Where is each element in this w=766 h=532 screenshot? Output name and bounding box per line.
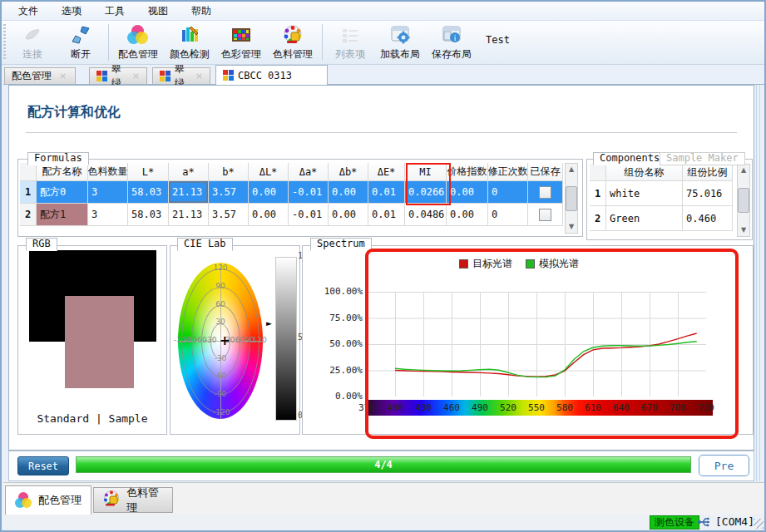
tab-cbcc-0313[interactable]: CBCC 0313 xyxy=(215,65,328,85)
resize-grip[interactable] xyxy=(754,519,764,529)
connect-button[interactable]: 连接 xyxy=(8,22,57,63)
module-tab-label: 配色管理 xyxy=(38,493,82,508)
components-tab[interactable]: Components xyxy=(593,152,666,165)
save-layout-button[interactable]: i 保存布局 xyxy=(426,22,477,63)
module-tab-color-match[interactable]: 配色管理 xyxy=(5,485,91,515)
progress-text: 4/4 xyxy=(374,459,393,470)
scroll-down-icon[interactable]: ▼ xyxy=(741,224,746,236)
tab-color-match[interactable]: 配色管理 × xyxy=(4,67,76,84)
reset-button[interactable]: Reset xyxy=(17,456,69,475)
spectrum-group-label: Spectrum xyxy=(310,238,372,251)
formulas-scrollbar[interactable]: ▲ ▼ xyxy=(565,163,578,234)
close-icon[interactable]: × xyxy=(132,71,140,81)
column-header[interactable]: 色料数量 xyxy=(88,163,128,181)
color-grid-icon xyxy=(230,24,252,46)
column-header[interactable]: 组份比例 xyxy=(683,164,733,181)
column-header[interactable]: 配方名称 xyxy=(37,163,88,181)
column-header[interactable]: 组份名称 xyxy=(606,164,683,181)
scroll-down-icon[interactable]: ▼ xyxy=(569,221,574,233)
cie-lab-group: -120-90-60-30306090120120906030-30-60-90… xyxy=(170,245,300,435)
list-items-button[interactable]: 列表项 xyxy=(326,22,374,63)
color-manage-button[interactable]: 色彩管理 xyxy=(215,22,267,63)
legend-simulated: 模拟光谱 xyxy=(526,257,579,271)
module-tab-bar: 配色管理 色料管理 xyxy=(3,482,766,515)
close-icon[interactable]: × xyxy=(59,71,67,81)
scroll-up-icon[interactable]: ▲ xyxy=(569,164,574,175)
components-scrollbar[interactable]: ▲ ▼ xyxy=(737,164,750,237)
tab-emerald-1[interactable]: 翠绿 × xyxy=(89,67,147,84)
menu-options[interactable]: 选项 xyxy=(52,2,91,20)
close-icon[interactable]: × xyxy=(195,71,203,81)
cie-v-tick: -60 xyxy=(213,372,228,380)
y-axis-tick-label: 25.00% xyxy=(308,365,363,376)
spectrum-group: 目标光谱 模拟光谱 100.00%75.00%50.00%25.00%0.00%… xyxy=(302,245,754,435)
tab-label: CBCC 0313 xyxy=(238,70,292,81)
scroll-thumb[interactable] xyxy=(738,188,749,213)
menu-help[interactable]: 帮助 xyxy=(181,2,221,20)
menu-view[interactable]: 视图 xyxy=(138,2,178,20)
component-row[interactable]: 2Green0.460 xyxy=(590,206,733,231)
column-header[interactable]: ΔL* xyxy=(249,163,289,181)
column-header[interactable]: Δa* xyxy=(289,163,329,181)
color-detect-button[interactable]: 颜色检测 xyxy=(164,22,215,63)
column-header[interactable]: ΔE* xyxy=(368,163,405,181)
colorant-manage-button[interactable]: 色料管理 xyxy=(267,22,319,63)
scroll-up-icon[interactable]: ▲ xyxy=(741,165,746,176)
sample-maker-tab[interactable]: Sample Maker xyxy=(660,152,745,165)
column-header[interactable]: a* xyxy=(169,163,209,181)
column-header[interactable]: Δb* xyxy=(329,163,368,181)
cie-v-tick: 30 xyxy=(213,318,228,326)
tab-emerald-2[interactable]: 翠绿 × xyxy=(152,67,210,84)
cell: 0.0266 xyxy=(405,181,447,204)
toolbar-grip[interactable] xyxy=(3,24,6,61)
cell: -0.01 xyxy=(289,181,329,204)
cell: 3 xyxy=(88,204,128,226)
module-tab-colorant-manage[interactable]: 色料管理 xyxy=(93,487,173,513)
component-ratio: 0.460 xyxy=(683,206,733,231)
saved-checkbox[interactable] xyxy=(539,186,551,199)
row-number-header xyxy=(590,164,606,181)
formula-row[interactable]: 2配方1358.0321.133.570.00-0.010.000.010.04… xyxy=(20,204,563,226)
pre-button[interactable]: Pre xyxy=(699,455,749,476)
components-table: 组份名称组份比例1white75.0162Green0.460 xyxy=(590,164,733,231)
x-axis-tick-label: 400 xyxy=(386,402,404,413)
chart-legend: 目标光谱 模拟光谱 xyxy=(459,257,579,271)
color-wheel-icon xyxy=(127,24,149,46)
scroll-thumb[interactable] xyxy=(566,186,577,211)
column-header[interactable]: L* xyxy=(128,163,169,181)
components-group: 组份名称组份比例1white75.0162Green0.460 ▲ ▼ xyxy=(586,159,753,240)
legend-target-label: 目标光谱 xyxy=(472,257,512,271)
lightness-bar xyxy=(275,257,297,421)
disconnect-button[interactable]: 断开 xyxy=(57,22,105,63)
right-splitter[interactable] xyxy=(756,85,760,481)
color-wheel-icon xyxy=(14,491,32,510)
saved-checkbox[interactable] xyxy=(539,209,551,221)
saved-cell xyxy=(528,181,563,204)
column-header[interactable]: 修正次数 xyxy=(488,163,528,181)
column-header[interactable]: MI xyxy=(405,163,447,181)
column-header[interactable]: 已保存 xyxy=(528,163,563,181)
document-tab-bar: 配色管理 × 翠绿 × 翠绿 × CBCC 0313 xyxy=(3,65,766,85)
formula-row[interactable]: 1配方0358.0321.133.570.00-0.010.000.010.02… xyxy=(20,181,563,204)
components-header-row: 组份名称组份比例 xyxy=(590,164,733,181)
cie-v-tick: 120 xyxy=(213,264,228,272)
toolbar-separator xyxy=(108,24,109,61)
lightness-marker-icon: ► xyxy=(266,319,272,328)
list-icon xyxy=(339,24,361,46)
column-header[interactable]: b* xyxy=(209,163,249,181)
menu-file[interactable]: 文件 xyxy=(8,2,48,20)
row-number: 1 xyxy=(590,181,606,206)
cell: 21.13 xyxy=(169,181,209,204)
component-ratio: 75.016 xyxy=(683,181,733,206)
load-layout-button[interactable]: 加载布局 xyxy=(374,22,426,63)
cell: 58.03 xyxy=(128,204,169,226)
x-axis-tick-label: 370 xyxy=(358,402,376,413)
menu-tools[interactable]: 工具 xyxy=(95,2,135,20)
column-header[interactable]: 价格指数 xyxy=(447,163,488,181)
cell: 0.00 xyxy=(249,204,289,226)
component-row[interactable]: 1white75.016 xyxy=(590,181,733,206)
component-name: Green xyxy=(606,206,683,231)
test-button[interactable]: Test xyxy=(486,34,510,46)
cell: 3.57 xyxy=(209,204,249,226)
color-match-button[interactable]: 配色管理 xyxy=(112,22,164,63)
